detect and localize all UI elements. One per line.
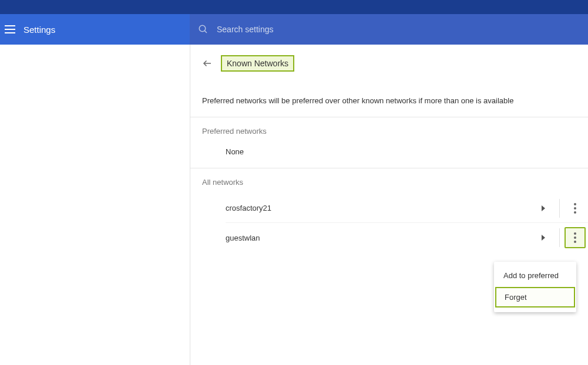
page-title: Known Networks [227, 59, 288, 68]
all-networks-section: All networks crosfactory21 guestwlan [190, 168, 588, 257]
row-divider [559, 228, 560, 247]
preferred-networks-label: Preferred networks [190, 117, 588, 143]
network-row[interactable]: guestwlan [226, 223, 588, 252]
network-name: guestwlan [226, 234, 542, 242]
app-title: Settings [23, 25, 55, 35]
network-options-button[interactable] [565, 198, 586, 219]
svg-line-1 [204, 31, 207, 33]
kebab-icon [574, 203, 576, 214]
menu-icon[interactable] [5, 25, 15, 33]
page-header: Known Networks [190, 45, 588, 82]
content-area: Known Networks Preferred networks will b… [190, 45, 588, 365]
menu-item-add-to-preferred[interactable]: Add to preferred [494, 265, 576, 286]
back-arrow-icon[interactable] [202, 58, 213, 69]
network-name: crosfactory21 [226, 204, 542, 212]
svg-point-0 [199, 25, 206, 32]
preferred-networks-section: Preferred networks None [190, 117, 588, 168]
network-list: crosfactory21 guestwlan [190, 194, 588, 257]
page-description: Preferred networks will be preferred ove… [190, 96, 588, 117]
sidebar-blank [0, 45, 190, 365]
network-row[interactable]: crosfactory21 [226, 194, 588, 223]
kebab-icon [574, 232, 576, 243]
search-icon [198, 24, 209, 35]
all-networks-label: All networks [190, 168, 588, 194]
window-top-strip [0, 0, 588, 14]
context-menu: Add to preferred Forget [494, 262, 576, 312]
preferred-networks-none: None [190, 143, 588, 168]
menu-item-forget[interactable]: Forget [495, 287, 575, 307]
network-options-button[interactable] [565, 227, 586, 248]
chevron-right-icon [542, 235, 545, 241]
search-container [190, 14, 588, 45]
page-title-highlight: Known Networks [221, 55, 294, 72]
search-input[interactable] [217, 25, 510, 34]
chevron-right-icon [542, 205, 545, 211]
row-divider [559, 199, 560, 218]
